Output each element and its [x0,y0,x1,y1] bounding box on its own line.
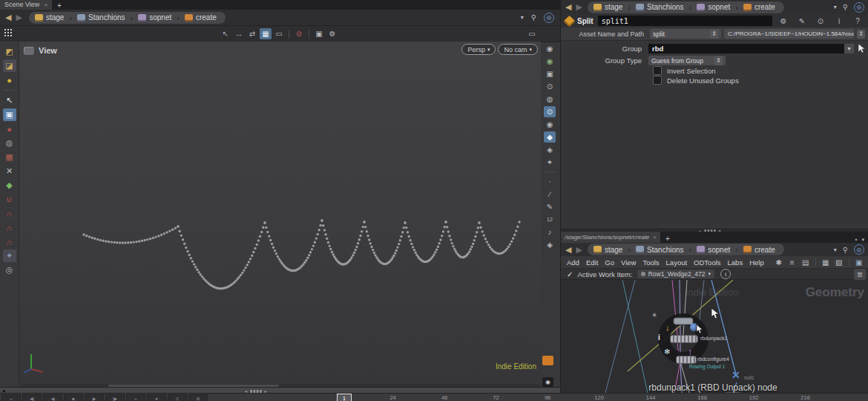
node-rbdconfigure4[interactable] [676,356,697,364]
move-tool-icon[interactable]: ↔ [233,28,245,39]
forward-arrow-icon[interactable]: ▶ [573,245,584,255]
transport-button-9[interactable]: ⚙ [188,394,208,401]
new-tab-button[interactable]: + [660,235,675,243]
group-dropdown-icon[interactable]: ▾ [844,44,854,53]
radial-menu-icon[interactable]: ◎ [854,2,864,13]
skeleton-icon[interactable]: ✕ [3,165,16,177]
radial-info-icon[interactable]: i [658,333,660,342]
shelf-export-icon[interactable]: ◩ [3,45,16,58]
viewport-3d[interactable]: View Persp ▾ No cam ▾ Indie Edition [19,42,541,384]
transport-button-8[interactable]: ≡ [168,394,187,401]
pose-sphere-icon[interactable]: ● [3,123,16,135]
tab-scene-view[interactable]: Scene View × [0,0,52,10]
transport-button-2[interactable]: ◀ [43,394,62,401]
breadcrumb-item-stage[interactable]: stage [32,13,67,22]
tree-list-icon[interactable]: ≡ [786,257,798,268]
marquee-tool-icon[interactable]: ▭ [273,28,285,39]
pane-menu-icon[interactable]: ▾ [861,237,864,243]
invert-selection-checkbox[interactable] [653,66,662,75]
lock-view-icon[interactable]: ▣ [544,68,556,79]
group-type-dropdown[interactable]: Guess from Group ⇕ [648,56,726,65]
no-selection-icon[interactable]: ⊘ [293,28,305,39]
spinner-icon[interactable]: ⇕ [714,56,723,65]
menu-help[interactable]: Help [749,258,764,267]
spinner-icon[interactable]: ⇕ [710,30,718,39]
shelf-import-icon[interactable]: ◪ [3,59,16,72]
path-dropdown-icon[interactable]: ▾ [834,4,837,10]
path-dropdown-icon[interactable]: ▾ [521,14,524,21]
breadcrumb-item-create[interactable]: create [740,246,778,254]
viewport-settings-icon[interactable]: ⚙ [326,28,338,39]
magnet-3-icon[interactable]: ∩ [3,235,16,248]
transport-button-4[interactable]: ▶ [85,394,104,401]
snap-tool-icon[interactable]: ▦ [260,28,272,39]
flipbook-camera-icon[interactable]: ◉ [542,377,553,387]
delete-unused-checkbox[interactable] [653,76,662,85]
menu-labs[interactable]: Labs [728,258,743,267]
radial-freeze-icon[interactable]: ❄ [664,348,670,356]
transport-button-0[interactable]: « [1,394,21,401]
character-lighting-icon[interactable]: ◉ [544,119,556,130]
gear-icon[interactable]: ⚙ [777,16,789,27]
magnet-2-icon[interactable]: ∩ [3,221,16,234]
new-tab-button[interactable]: + [52,1,67,10]
radial-jump-down-icon[interactable]: ↓ [665,323,670,332]
transport-button-5[interactable]: |▶ [105,394,125,401]
headlight-icon[interactable]: ⊙ [544,81,556,92]
dop-network-icon[interactable]: ✦ [3,250,16,262]
pin-icon[interactable]: ⚲ [843,3,848,11]
breadcrumb-item-sopnet[interactable]: sopnet [694,3,733,11]
default-lighting-icon[interactable]: ⊙ [544,106,556,117]
pan-hand-icon[interactable]: ✦ [544,157,556,168]
info-circle-icon[interactable]: i [833,16,845,27]
select-tool-icon[interactable]: ↖ [220,28,231,39]
close-icon[interactable]: × [653,234,657,241]
path-dropdown-icon[interactable]: ▾ [834,247,837,253]
camera-handle-icon[interactable]: ◈ [544,239,556,250]
menu-tools[interactable]: Tools [642,258,659,267]
breadcrumb-item-Stanchions[interactable]: Stanchions [74,13,128,22]
back-arrow-icon[interactable]: ◀ [563,245,573,255]
work-item-dropdown[interactable]: Row1_Wedge2_472 ▾ [637,270,714,278]
back-arrow-icon[interactable]: ◀ [3,13,13,22]
handles-tool-icon[interactable]: ⇄ [246,28,258,39]
breadcrumb-item-sopnet[interactable]: sopnet [135,13,174,22]
breadcrumb-item-Stanchions[interactable]: Stanchions [633,3,686,11]
frame-12-icon[interactable]: 12 [544,214,556,225]
wrench-icon[interactable]: ✱ [773,257,785,268]
shading-quality-icon[interactable]: ◆ [544,131,556,143]
back-arrow-icon[interactable]: ◀ [563,2,573,12]
menu-edit[interactable]: Edit [586,258,598,267]
menu-view[interactable]: View [621,258,636,267]
point-normals-icon[interactable]: ∕ [544,189,556,200]
asset-name-dropdown[interactable]: split ⇕ [650,29,721,39]
lighting-sphere-icon[interactable]: ◍ [544,94,556,105]
transport-button-6[interactable]: » [126,394,145,401]
menu-layout[interactable]: Layout [666,258,688,267]
pin-icon[interactable]: ⚲ [531,13,536,22]
layout-toggle-icon[interactable]: ▭ [526,28,538,39]
point-markers-icon[interactable]: · [544,176,556,187]
menu-odtools[interactable]: ODTools [694,258,720,267]
annotate-pen-icon[interactable]: ✎ [544,201,556,212]
work-item-checkbox[interactable]: ✓ [567,270,573,278]
particles-icon[interactable]: ◆ [3,179,16,192]
forward-arrow-icon[interactable]: ▶ [573,2,584,12]
notes-page-icon[interactable]: ▤ [800,257,812,268]
breadcrumb-item-stage[interactable]: stage [591,246,625,254]
help-circle-icon[interactable]: ? [852,16,864,27]
circle-tool-icon[interactable]: ◎ [3,264,16,276]
secure-selection-lock-icon[interactable]: ▣ [3,108,16,121]
view-pivot-icon[interactable]: ◈ [544,144,556,155]
constraint-chain-icon[interactable]: ∪ [3,193,16,206]
persp-button[interactable]: Persp ▾ [461,44,496,55]
select-cursor-icon[interactable]: ↖ [3,94,16,107]
group-input[interactable]: rbd [648,44,844,53]
magnet-1-icon[interactable]: ∩ [3,207,16,220]
selection-grid-icon[interactable] [4,28,15,39]
transport-button-3[interactable]: ■ [64,394,83,401]
breadcrumb-item-sopnet[interactable]: sopnet [694,246,733,254]
current-frame-box[interactable]: 1 [337,394,352,401]
grid-split-icon[interactable]: ▧ [833,257,845,268]
pin-icon[interactable]: ⚲ [843,246,848,254]
